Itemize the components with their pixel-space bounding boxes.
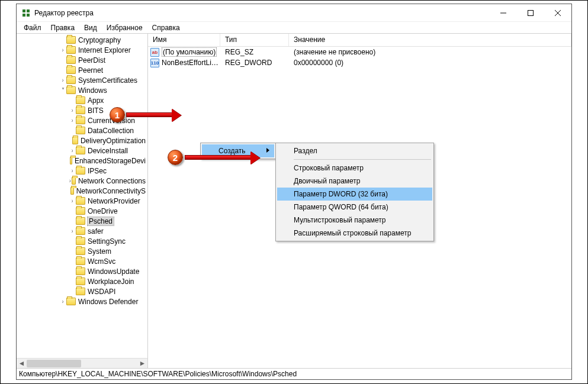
tree-item-label: NetworkProvider xyxy=(87,197,142,205)
scroll-right-icon[interactable]: ► xyxy=(137,359,147,369)
tree-item-label: Cryptography xyxy=(78,36,123,44)
tree-item-label: Network Connections xyxy=(78,177,147,185)
tree-item[interactable]: ›Network Connections xyxy=(17,176,147,186)
tree-item[interactable]: DataCollection xyxy=(17,125,147,135)
folder-icon xyxy=(76,267,85,275)
tree-item[interactable]: DeliveryOptimization xyxy=(17,135,147,146)
submenu-label: Мультистроковый параметр xyxy=(294,216,386,224)
scroll-left-icon[interactable]: ◄ xyxy=(17,359,27,369)
submenu-label: Параметр QWORD (64 бита) xyxy=(294,203,388,211)
svg-rect-0 xyxy=(23,9,25,12)
tree-item[interactable]: ˅Windows xyxy=(17,85,147,95)
scroll-thumb[interactable] xyxy=(27,360,81,367)
tree-item-label: SettingSync xyxy=(87,237,127,246)
tree-item-label: Peernet xyxy=(78,66,105,75)
tree-item[interactable]: System xyxy=(17,246,147,256)
tree-item[interactable]: ›IPSec xyxy=(17,166,147,176)
tree-item-label: DeliveryOptimization xyxy=(80,137,147,145)
tree-item[interactable]: ›SystemCertificates xyxy=(17,75,147,85)
expand-icon[interactable]: › xyxy=(69,198,75,204)
close-button[interactable] xyxy=(544,4,571,21)
menubar: Файл Правка Вид Избранное Справка xyxy=(17,22,571,34)
menu-help[interactable]: Справка xyxy=(149,23,184,33)
tree-item[interactable]: SettingSync xyxy=(17,236,147,246)
tree-item[interactable]: ›Internet Explorer xyxy=(17,45,147,55)
tree-item[interactable]: ›NetworkProvider xyxy=(17,196,147,206)
submenu-qword[interactable]: Параметр QWORD (64 бита) xyxy=(277,201,432,214)
submenu-string[interactable]: Строковый параметр xyxy=(277,162,432,175)
submenu-binary[interactable]: Двоичный параметр xyxy=(277,175,432,188)
expand-icon[interactable]: › xyxy=(69,117,75,124)
svg-rect-5 xyxy=(528,10,534,15)
submenu-dword[interactable]: Параметр DWORD (32 бита) xyxy=(277,188,432,201)
menu-edit[interactable]: Правка xyxy=(47,23,79,33)
tree-item[interactable]: ›Windows Defender xyxy=(17,296,147,306)
menu-item-label: Создать xyxy=(219,147,246,155)
expand-icon[interactable]: › xyxy=(60,298,66,305)
menu-favorites[interactable]: Избранное xyxy=(103,23,146,33)
tree-item[interactable]: Psched xyxy=(17,216,147,226)
submenu-key[interactable]: Раздел xyxy=(277,144,432,157)
menu-separator xyxy=(294,159,431,160)
tree-item[interactable]: WcmSvc xyxy=(17,256,147,266)
folder-icon xyxy=(76,247,85,255)
folder-icon xyxy=(76,277,85,285)
tree-item[interactable]: ›DeviceInstall xyxy=(17,146,147,156)
tree-item[interactable]: WorkplaceJoin xyxy=(17,276,147,286)
column-type[interactable]: Тип xyxy=(220,34,289,46)
expand-icon[interactable]: › xyxy=(69,178,71,184)
value-row[interactable]: ab(По умолчанию)REG_SZ(значение не присв… xyxy=(148,47,571,57)
tree-item[interactable]: WindowsUpdate xyxy=(17,266,147,276)
folder-icon xyxy=(72,137,78,144)
tree-item-label: PeerDist xyxy=(78,56,107,64)
value-row[interactable]: 110NonBestEffortLi…REG_DWORD0x00000000 (… xyxy=(148,57,571,68)
scroll-track[interactable] xyxy=(27,359,137,368)
tree-item[interactable]: EnhancedStorageDevi xyxy=(17,156,147,166)
expand-icon[interactable]: › xyxy=(69,147,75,154)
expand-icon[interactable]: › xyxy=(69,228,75,234)
folder-icon xyxy=(76,227,85,235)
expand-icon[interactable]: › xyxy=(69,167,75,174)
tree-item[interactable]: NetworkConnectivityS xyxy=(17,186,147,196)
tree-item-label: SystemCertificates xyxy=(78,76,139,85)
menu-file[interactable]: Файл xyxy=(20,23,45,33)
submenu-label: Раздел xyxy=(294,147,317,155)
content-area: Cryptography›Internet ExplorerPeerDistPe… xyxy=(17,34,571,368)
tree-item-label: Appx xyxy=(87,96,105,105)
tree-item[interactable]: Appx xyxy=(17,95,147,105)
tree-item[interactable]: ›safer xyxy=(17,226,147,236)
folder-icon xyxy=(76,257,85,265)
value-data: 0x00000000 (0) xyxy=(289,59,571,67)
tree-item[interactable]: PeerDist xyxy=(17,55,147,65)
collapse-icon[interactable]: ˅ xyxy=(59,87,66,93)
folder-icon xyxy=(76,107,85,114)
annotation-marker-1: 1 xyxy=(110,107,125,122)
submenu-label: Строковый параметр xyxy=(294,164,364,172)
column-value[interactable]: Значение xyxy=(289,34,571,46)
svg-rect-3 xyxy=(27,14,30,17)
tree-item-label: DeviceInstall xyxy=(87,147,130,155)
expand-icon[interactable]: › xyxy=(69,107,75,114)
context-submenu: Раздел Строковый параметр Двоичный парам… xyxy=(275,143,434,241)
tree-pane[interactable]: Cryptography›Internet ExplorerPeerDistPe… xyxy=(17,34,148,368)
tree-item[interactable]: OneDrive xyxy=(17,206,147,216)
tree-horizontal-scrollbar[interactable]: ◄ ► xyxy=(17,358,147,368)
folder-icon xyxy=(76,147,85,154)
value-name: NonBestEffortLi… xyxy=(162,59,219,67)
maximize-button[interactable] xyxy=(517,4,544,21)
menu-view[interactable]: Вид xyxy=(81,23,101,33)
column-name[interactable]: Имя xyxy=(148,34,220,46)
submenu-expandstring[interactable]: Расширяемый строковый параметр xyxy=(277,227,432,240)
minimize-button[interactable] xyxy=(490,4,517,21)
submenu-multistring[interactable]: Мультистроковый параметр xyxy=(277,214,432,227)
expand-icon[interactable]: › xyxy=(60,47,66,53)
tree-item[interactable]: WSDAPI xyxy=(17,286,147,296)
titlebar[interactable]: Редактор реестра xyxy=(17,4,571,22)
tree-item[interactable]: Peernet xyxy=(17,65,147,75)
tree-item[interactable]: Cryptography xyxy=(17,35,147,45)
expand-icon[interactable]: › xyxy=(60,77,66,83)
tree-item-label: Windows xyxy=(78,86,109,95)
window-title: Редактор реестра xyxy=(34,9,94,17)
tree-item-label: Psched xyxy=(87,217,114,226)
folder-icon xyxy=(76,288,85,295)
